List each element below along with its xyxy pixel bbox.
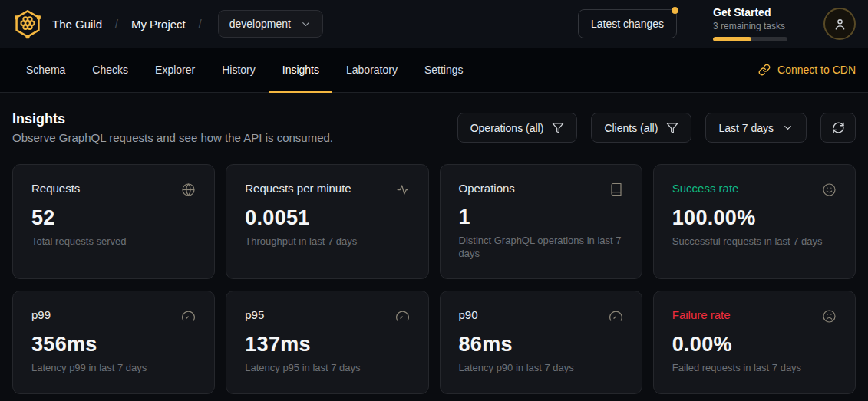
latest-changes-label: Latest changes (591, 18, 664, 30)
card-subtitle: Throughput in last 7 days (245, 235, 409, 248)
card-title: Failure rate (672, 308, 731, 321)
card-title: p99 (31, 308, 51, 321)
card-value: 356ms (31, 334, 196, 357)
stat-card-p99: p99 356ms Latency p99 in last 7 days (12, 291, 215, 394)
book-icon (609, 182, 623, 196)
app-header: The Guild / My Project / development Lat… (0, 0, 868, 48)
stat-card-operations: Operations 1 Distinct GraphQL operations… (440, 164, 642, 279)
get-started-title: Get Started (713, 6, 787, 20)
chevron-down-icon (300, 18, 312, 30)
card-subtitle: Latency p90 in last 7 days (459, 362, 623, 375)
card-title: Operations (459, 182, 515, 195)
card-title: p90 (459, 308, 478, 321)
refresh-icon (832, 121, 845, 134)
tab-navigation: Schema Checks Explorer History Insights … (0, 48, 868, 93)
operations-filter-label: Operations (all) (470, 122, 544, 134)
get-started-progress-bar (713, 37, 787, 41)
smile-icon (822, 182, 837, 197)
tab-checks[interactable]: Checks (92, 48, 128, 92)
date-range-button[interactable]: Last 7 days (705, 113, 807, 143)
clients-filter-label: Clients (all) (604, 122, 658, 134)
gauge-icon (609, 309, 623, 324)
user-avatar[interactable] (823, 8, 856, 40)
stat-card-failure-rate: Failure rate 0.00% Failed requests in la… (653, 291, 856, 394)
tab-schema[interactable]: Schema (26, 48, 65, 92)
stat-card-p90: p90 86ms Latency p90 in last 7 days (440, 291, 642, 394)
card-value: 86ms (459, 334, 623, 357)
card-title: Requests per minute (245, 182, 351, 195)
get-started-subtitle: 3 remaining tasks (713, 21, 787, 31)
card-value: 100.00% (672, 207, 837, 230)
page-title: Insights (12, 111, 333, 127)
gauge-icon (181, 309, 196, 324)
connect-to-cdn-label: Connect to CDN (777, 64, 856, 76)
clients-filter-button[interactable]: Clients (all) (591, 113, 691, 143)
environment-selector-value: development (229, 18, 291, 30)
globe-icon (181, 182, 196, 197)
funnel-icon (552, 122, 564, 134)
tab-insights[interactable]: Insights (282, 48, 319, 92)
card-subtitle: Distinct GraphQL operations in last 7 da… (459, 235, 623, 261)
tab-explorer[interactable]: Explorer (155, 48, 195, 92)
card-subtitle: Latency p99 in last 7 days (31, 362, 196, 375)
card-subtitle: Successful requests in last 7 days (672, 235, 837, 248)
card-subtitle: Latency p95 in last 7 days (245, 362, 409, 375)
insights-page: Insights Observe GraphQL requests and se… (0, 111, 868, 394)
user-icon (833, 17, 847, 31)
page-header: Insights Observe GraphQL requests and se… (12, 111, 333, 144)
stat-card-requests-per-minute: Requests per minute 0.0051 Throughput in… (226, 164, 428, 279)
tab-settings[interactable]: Settings (424, 48, 464, 92)
environment-selector[interactable]: development (218, 10, 323, 38)
link-icon (758, 64, 771, 76)
tab-list: Schema Checks Explorer History Insights … (26, 48, 464, 92)
card-value: 0.0051 (245, 207, 409, 230)
tab-history[interactable]: History (222, 48, 256, 92)
get-started-widget[interactable]: Get Started 3 remaining tasks (713, 6, 787, 41)
breadcrumb: The Guild / My Project / development (52, 10, 323, 38)
card-subtitle: Total requests served (31, 235, 196, 248)
card-value: 137ms (245, 334, 409, 357)
breadcrumb-org[interactable]: The Guild (52, 18, 102, 31)
frown-icon (822, 309, 837, 324)
get-started-progress-fill (713, 37, 751, 41)
card-title: Success rate (672, 182, 739, 195)
notification-dot (672, 7, 678, 14)
chevron-down-icon (782, 122, 794, 133)
stat-card-p95: p95 137ms Latency p95 in last 7 days (226, 291, 428, 394)
activity-icon (395, 182, 410, 197)
filter-toolbar: Operations (all) Clients (all) Last 7 da… (457, 113, 856, 143)
breadcrumb-project[interactable]: My Project (131, 18, 186, 31)
stat-card-success-rate: Success rate 100.00% Successful requests… (653, 164, 856, 279)
breadcrumb-separator: / (199, 18, 202, 30)
breadcrumb-separator: / (115, 18, 118, 30)
card-subtitle: Failed requests in last 7 days (672, 362, 837, 375)
page-description: Observe GraphQL requests and see how the… (12, 131, 333, 144)
connect-to-cdn-link[interactable]: Connect to CDN (758, 48, 856, 92)
card-value: 0.00% (672, 334, 837, 357)
card-title: p95 (245, 308, 264, 321)
guild-hive-logo-icon[interactable] (12, 8, 43, 39)
operations-filter-button[interactable]: Operations (all) (457, 113, 578, 143)
stat-card-requests: Requests 52 Total requests served (12, 164, 215, 279)
funnel-icon (666, 122, 678, 134)
refresh-button[interactable] (820, 113, 856, 143)
stats-grid: Requests 52 Total requests served Reques… (12, 164, 856, 394)
latest-changes-button[interactable]: Latest changes (578, 9, 677, 38)
card-value: 52 (31, 207, 196, 230)
card-title: Requests (31, 182, 80, 195)
gauge-icon (395, 309, 410, 324)
tab-laboratory[interactable]: Laboratory (346, 48, 398, 92)
date-range-label: Last 7 days (718, 122, 774, 134)
card-value: 1 (459, 206, 623, 229)
